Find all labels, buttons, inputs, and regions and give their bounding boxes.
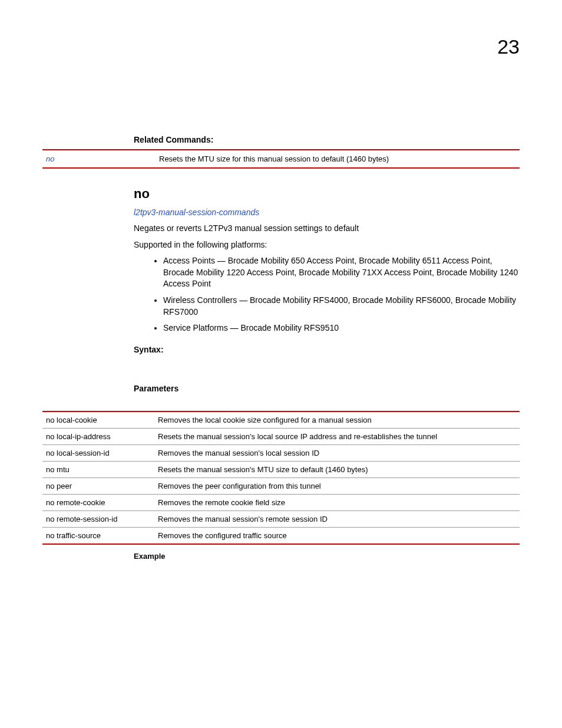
table-row: no remote-cookie Removes the remote cook… bbox=[42, 494, 520, 510]
param-name: no remote-session-id bbox=[42, 510, 154, 527]
param-name: no local-session-id bbox=[42, 444, 154, 461]
support-intro: Supported in the following platforms: bbox=[134, 239, 520, 251]
table-row: no peer Removes the peer configuration f… bbox=[42, 477, 520, 494]
param-desc: Removes the peer configuration from this… bbox=[154, 477, 520, 494]
list-item: Access Points — Brocade Mobility 650 Acc… bbox=[163, 255, 520, 290]
related-command-link[interactable]: no bbox=[46, 154, 54, 163]
table-row: no Resets the MTU size for this manual s… bbox=[42, 150, 520, 168]
param-name: no mtu bbox=[42, 461, 154, 477]
param-desc: Resets the manual session's MTU size to … bbox=[154, 461, 520, 477]
param-name: no local-ip-address bbox=[42, 428, 154, 444]
list-item: Service Platforms — Brocade Mobility RFS… bbox=[163, 322, 520, 334]
reference-link[interactable]: l2tpv3-manual-session-commands bbox=[134, 207, 520, 217]
table-row: no local-session-id Removes the manual s… bbox=[42, 444, 520, 461]
parameters-table: no local-cookie Removes the local cookie… bbox=[42, 411, 520, 545]
table-row: no local-cookie Removes the local cookie… bbox=[42, 411, 520, 429]
param-desc: Removes the manual session's remote sess… bbox=[154, 510, 520, 527]
param-name: no local-cookie bbox=[42, 411, 154, 429]
table-row: no remote-session-id Removes the manual … bbox=[42, 510, 520, 527]
chapter-number: 23 bbox=[42, 35, 520, 58]
command-description: Negates or reverts L2TPv3 manual session… bbox=[134, 223, 520, 235]
table-row: no traffic-source Removes the configured… bbox=[42, 527, 520, 544]
related-commands-heading: Related Commands: bbox=[134, 135, 520, 144]
param-desc: Removes the manual session's local sessi… bbox=[154, 444, 520, 461]
related-command-desc: Resets the MTU size for this manual sess… bbox=[156, 150, 520, 168]
param-name: no remote-cookie bbox=[42, 494, 154, 510]
example-heading: Example bbox=[134, 552, 520, 561]
list-item: Wireless Controllers — Brocade Mobility … bbox=[163, 295, 520, 318]
param-desc: Removes the local cookie size configured… bbox=[154, 411, 520, 429]
param-name: no traffic-source bbox=[42, 527, 154, 544]
platform-list: Access Points — Brocade Mobility 650 Acc… bbox=[134, 255, 520, 334]
syntax-heading: Syntax: bbox=[134, 345, 520, 354]
param-desc: Removes the remote cookie field size bbox=[154, 494, 520, 510]
table-row: no local-ip-address Resets the manual se… bbox=[42, 428, 520, 444]
param-name: no peer bbox=[42, 477, 154, 494]
param-desc: Removes the configured traffic source bbox=[154, 527, 520, 544]
param-desc: Resets the manual session's local source… bbox=[154, 428, 520, 444]
table-row: no mtu Resets the manual session's MTU s… bbox=[42, 461, 520, 477]
related-commands-table: no Resets the MTU size for this manual s… bbox=[42, 149, 520, 169]
command-title: no bbox=[134, 186, 520, 202]
parameters-heading: Parameters bbox=[134, 384, 520, 393]
